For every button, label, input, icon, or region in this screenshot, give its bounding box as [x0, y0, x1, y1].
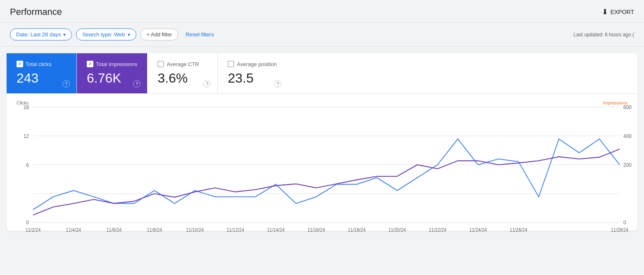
date-filter-chevron-icon: ▾: [63, 32, 66, 38]
metric-card-average-ctr[interactable]: Average CTR 3.6% ?: [147, 53, 218, 93]
svg-text:11/14/24: 11/14/24: [267, 227, 285, 232]
checkbox-ctr: [157, 61, 164, 67]
svg-text:11/20/24: 11/20/24: [388, 227, 406, 232]
filters-bar: Date: Last 28 days ▾ Search type: Web ▾ …: [0, 23, 644, 47]
chart-axis-labels: Clicks Impressions: [17, 100, 627, 105]
metric-help-impressions[interactable]: ?: [133, 80, 140, 88]
svg-text:18: 18: [24, 104, 29, 111]
svg-text:11/12/24: 11/12/24: [226, 227, 244, 232]
svg-text:400: 400: [623, 133, 632, 140]
metric-card-total-clicks[interactable]: ✓ Total clicks 243 ?: [7, 53, 77, 93]
checkbox-impressions: ✓: [87, 61, 93, 67]
metric-help-ctr[interactable]: ?: [203, 80, 211, 88]
checkbox-clicks: ✓: [17, 61, 23, 67]
header: Performance ⬇ EXPORT: [0, 0, 644, 23]
metric-help-clicks[interactable]: ?: [62, 80, 70, 88]
main-content: ✓ Total clicks 243 ? ✓ Total impressions…: [7, 53, 637, 231]
svg-text:0: 0: [26, 220, 29, 226]
impressions-line: [33, 149, 620, 215]
metric-card-total-impressions[interactable]: ✓ Total impressions 6.76K ?: [77, 53, 147, 93]
chart-container: Clicks Impressions 18 12 6 0: [7, 94, 637, 231]
svg-text:11/4/24: 11/4/24: [66, 227, 81, 232]
checkbox-position: [228, 61, 234, 67]
date-filter-label: Date: Last 28 days: [16, 31, 61, 38]
svg-text:600: 600: [623, 104, 632, 111]
export-label: EXPORT: [611, 9, 634, 15]
metric-value-impressions: 6.76K: [87, 71, 137, 86]
svg-text:11/10/24: 11/10/24: [186, 227, 204, 232]
reset-filters-button[interactable]: Reset filters: [182, 29, 217, 40]
svg-text:11/2/24: 11/2/24: [26, 227, 41, 232]
add-filter-button[interactable]: + Add filter: [140, 28, 178, 40]
metric-card-average-position[interactable]: Average position 23.5 ?: [218, 53, 288, 93]
metric-header-ctr: Average CTR: [157, 61, 207, 67]
page-container: Performance ⬇ EXPORT Date: Last 28 days …: [0, 0, 644, 275]
chart-svg: 18 12 6 0 600 400 200 0: [17, 107, 627, 223]
svg-text:11/22/24: 11/22/24: [429, 227, 447, 232]
search-type-filter-label: Search type: Web: [82, 31, 125, 38]
svg-text:11/16/24: 11/16/24: [307, 227, 325, 232]
add-filter-label: + Add filter: [147, 31, 172, 38]
clicks-line: [33, 139, 620, 210]
svg-text:0: 0: [623, 220, 626, 226]
metric-header-impressions: ✓ Total impressions: [87, 61, 137, 67]
date-filter-button[interactable]: Date: Last 28 days ▾: [10, 28, 72, 40]
metric-label-clicks: Total clicks: [26, 61, 52, 67]
search-type-filter-button[interactable]: Search type: Web ▾: [76, 28, 136, 40]
export-icon: ⬇: [602, 7, 608, 17]
chart-area: 18 12 6 0 600 400 200 0: [17, 107, 627, 223]
metric-label-position: Average position: [237, 61, 277, 67]
reset-filters-label: Reset filters: [185, 31, 214, 38]
search-type-chevron-icon: ▾: [128, 32, 130, 38]
svg-text:11/8/24: 11/8/24: [147, 227, 162, 232]
svg-text:200: 200: [623, 162, 632, 168]
svg-text:11/6/24: 11/6/24: [107, 227, 122, 232]
svg-text:11/24/24: 11/24/24: [469, 227, 487, 232]
metric-header-clicks: ✓ Total clicks: [17, 61, 67, 67]
page-title: Performance: [10, 7, 62, 17]
metric-label-impressions: Total impressions: [96, 61, 137, 67]
metric-value-clicks: 243: [17, 71, 67, 86]
metric-help-position[interactable]: ?: [274, 80, 281, 88]
svg-text:11/18/24: 11/18/24: [348, 227, 366, 232]
metric-value-ctr: 3.6%: [157, 71, 207, 86]
metric-value-position: 23.5: [228, 71, 278, 86]
svg-text:12: 12: [24, 133, 29, 140]
svg-text:11/26/24: 11/26/24: [510, 227, 528, 232]
metrics-row: ✓ Total clicks 243 ? ✓ Total impressions…: [7, 53, 637, 94]
metric-header-position: Average position: [228, 61, 278, 67]
export-button[interactable]: ⬇ EXPORT: [602, 7, 634, 17]
svg-text:6: 6: [26, 162, 29, 168]
svg-text:11/28/24: 11/28/24: [611, 227, 629, 232]
metric-label-ctr: Average CTR: [166, 61, 199, 67]
last-updated-text: Last updated: 6 hours ago (: [573, 32, 634, 38]
